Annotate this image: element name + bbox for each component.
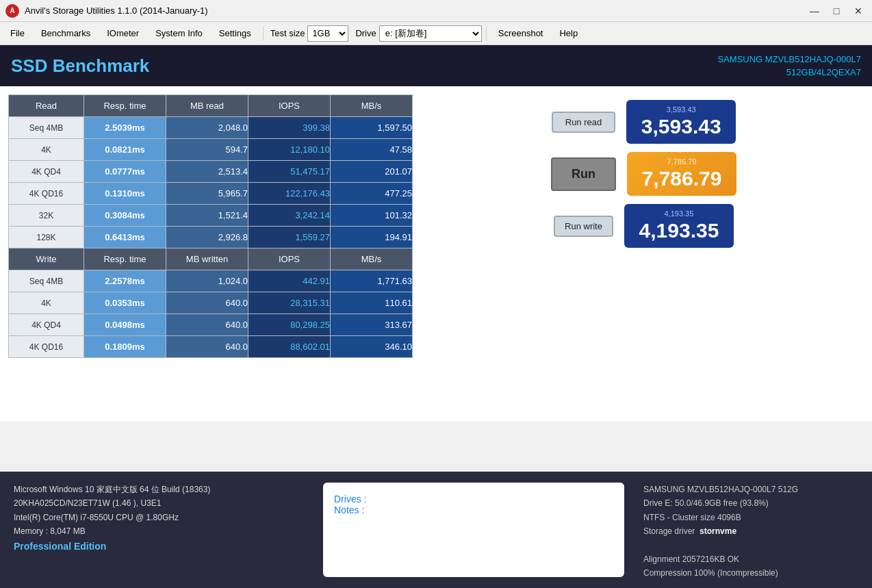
table-row: Seq 4MB 2.2578ms 1,024.0 442.91 1,771.63 [9, 270, 413, 292]
table-row: 128K 0.6413ms 2,926.8 1,559.27 194.91 [9, 227, 413, 248]
ssd-benchmark-title: SSD Benchmark [11, 55, 149, 77]
mb-val: 1,024.0 [166, 270, 248, 292]
row-label: Seq 4MB [9, 117, 84, 139]
mbs-val: 477.25 [331, 183, 413, 205]
mbs-val: 110.61 [331, 292, 413, 314]
benchmark-tables: Read Resp. time MB read IOPS MB/s Seq 4M… [8, 94, 413, 413]
iops-val: 12,180.10 [248, 139, 331, 161]
mb-val: 640.0 [166, 336, 248, 358]
write-score-small: 4,193.35 [635, 209, 723, 218]
row-label: 128K [9, 227, 84, 248]
menu-iometer[interactable]: IOmeter [99, 25, 146, 42]
drives-label: Drives : [334, 494, 613, 504]
run-total-group: Run 7,786.79 7,786.79 [551, 152, 736, 196]
row-label: 32K [9, 205, 84, 227]
mb-val: 594.7 [166, 139, 248, 161]
mbs-val: 201.07 [331, 161, 413, 183]
row-label: 4K QD4 [9, 314, 84, 336]
table-row: 4K 0.0821ms 594.7 12,180.10 47.58 [9, 139, 413, 161]
menu-bar: File Benchmarks IOmeter System Info Sett… [0, 22, 872, 45]
drive-label: Drive [355, 28, 376, 38]
iops-val: 88,602.01 [248, 336, 331, 358]
mb-val: 5,965.7 [166, 183, 248, 205]
iops-val: 51,475.17 [248, 161, 331, 183]
window-controls: — □ ✕ [806, 3, 867, 19]
resp-val: 0.0353ms [84, 292, 166, 314]
read-score-small: 3,593.43 [637, 105, 725, 114]
resp-val: 0.1310ms [84, 183, 166, 205]
mbs-val: 194.91 [331, 227, 413, 248]
mb-val: 640.0 [166, 314, 248, 336]
right-panel: Run read 3,593.43 3,593.43 Run 7,786.79 … [424, 94, 864, 413]
row-label: 4K QD4 [9, 161, 84, 183]
resp-val: 2.5039ms [84, 117, 166, 139]
iops-val: 3,242.14 [248, 205, 331, 227]
minimize-button[interactable]: — [806, 3, 823, 19]
mbs-val: 346.10 [331, 336, 413, 358]
title-bar: A Anvil's Storage Utilities 1.1.0 (2014-… [0, 0, 872, 22]
mbs-val: 313.67 [331, 314, 413, 336]
table-row: Seq 4MB 2.5039ms 2,048.0 399.38 1,597.50 [9, 117, 413, 139]
row-label: 4K QD16 [9, 183, 84, 205]
iops-read-header: IOPS [248, 95, 331, 117]
table-row: 4K QD4 0.0777ms 2,513.4 51,475.17 201.07 [9, 161, 413, 183]
notes-label: Notes : [334, 504, 613, 515]
mbs-val: 1,597.50 [331, 117, 413, 139]
table-row: 32K 0.3084ms 1,521.4 3,242.14 101.32 [9, 205, 413, 227]
run-write-button[interactable]: Run write [554, 216, 613, 237]
run-button[interactable]: Run [551, 157, 616, 191]
mb-val: 2,926.8 [166, 227, 248, 248]
mbs-val: 47.58 [331, 139, 413, 161]
mb-written-header: MB written [166, 248, 248, 270]
row-label: 4K [9, 292, 84, 314]
sys-info-3: Intel(R) Core(TM) i7-8550U CPU @ 1.80GHz [14, 511, 301, 524]
close-button[interactable]: ✕ [850, 3, 867, 19]
write-score-large: 4,193.35 [635, 219, 723, 242]
sys-info-2: 20KHA025CD/N23ET71W (1.46 ), U3E1 [14, 496, 301, 510]
resp-val: 0.0498ms [84, 314, 166, 336]
test-size-select[interactable]: 1GB 4GB [307, 25, 348, 42]
mb-read-header: MB read [166, 95, 248, 117]
table-row: 4K QD16 0.1809ms 640.0 88,602.01 346.10 [9, 336, 413, 358]
total-score-small: 7,786.79 [638, 157, 726, 166]
main-content: Read Resp. time MB read IOPS MB/s Seq 4M… [0, 86, 872, 422]
app-title: Anvil's Storage Utilities 1.1.0 (2014-Ja… [25, 5, 806, 16]
run-read-group: Run read 3,593.43 3,593.43 [552, 100, 736, 144]
menu-screenshot[interactable]: Screenshot [491, 25, 551, 42]
iops-val: 28,315.31 [248, 292, 331, 314]
table-row: 4K QD16 0.1310ms 5,965.7 122,176.43 477.… [9, 183, 413, 205]
menu-system-info[interactable]: System Info [148, 25, 210, 42]
right-info-2: Drive E: 50.0/46.9GB free (93.8%) [643, 496, 861, 510]
maximize-button[interactable]: □ [828, 3, 845, 19]
resp-time-write-header: Resp. time [84, 248, 166, 270]
row-label: 4K QD16 [9, 336, 84, 358]
resp-time-header: Resp. time [84, 95, 166, 117]
device-info: SAMSUNG MZVLB512HAJQ-000L7 512GB/4L2QEXA… [717, 53, 861, 79]
mb-val: 640.0 [166, 292, 248, 314]
mbs-write-header: MB/s [331, 248, 413, 270]
menu-benchmarks[interactable]: Benchmarks [34, 25, 98, 42]
menu-file[interactable]: File [3, 25, 32, 42]
resp-val: 2.2578ms [84, 270, 166, 292]
device-line1: SAMSUNG MZVLB512HAJQ-000L7 [717, 53, 861, 66]
menu-settings[interactable]: Settings [211, 25, 259, 42]
footer-left: Microsoft Windows 10 家庭中文版 64 位 Build (1… [0, 472, 315, 588]
device-line2: 512GB/4L2QEXA7 [717, 66, 861, 79]
write-header-label: Write [9, 248, 84, 270]
run-read-button[interactable]: Run read [552, 112, 615, 133]
iops-val: 1,559.27 [248, 227, 331, 248]
right-info-3: NTFS - Cluster size 4096B [643, 511, 861, 524]
drive-select[interactable]: e: [新加卷] [379, 25, 482, 42]
resp-val: 0.6413ms [84, 227, 166, 248]
sys-info-1: Microsoft Windows 10 家庭中文版 64 位 Build (1… [14, 483, 301, 496]
menu-divider [263, 27, 264, 40]
right-info-4: Storage driver stornvme [643, 524, 861, 538]
table-row: 4K 0.0353ms 640.0 28,315.31 110.61 [9, 292, 413, 314]
right-info-7: Compression 100% (Incompressible) [643, 566, 861, 580]
table-row: 4K QD4 0.0498ms 640.0 80,298.25 313.67 [9, 314, 413, 336]
write-score-box: 4,193.35 4,193.35 [624, 204, 734, 248]
app-icon: A [5, 4, 19, 18]
menu-help[interactable]: Help [552, 25, 585, 42]
mb-val: 1,521.4 [166, 205, 248, 227]
footer-right: SAMSUNG MZVLB512HAJQ-000L7 512G Drive E:… [632, 472, 872, 588]
